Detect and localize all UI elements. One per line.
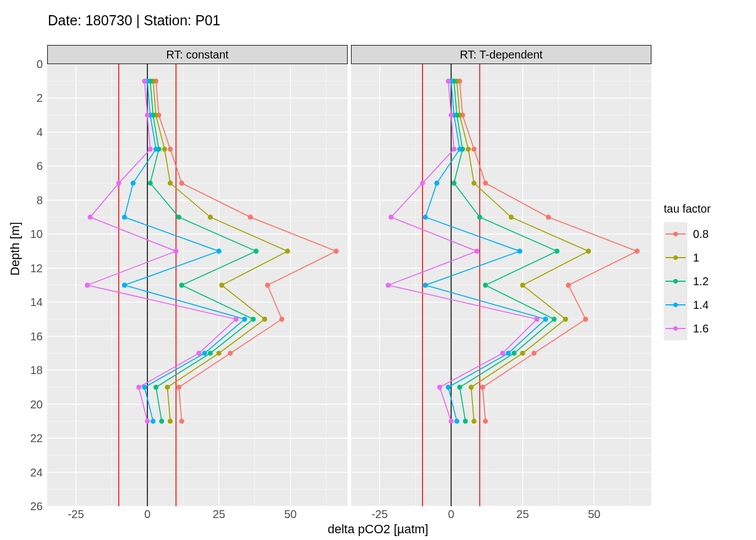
y-tick-label: 4	[9, 126, 43, 139]
legend-key-icon	[664, 222, 687, 246]
data-point	[420, 181, 425, 186]
data-point	[586, 249, 591, 254]
x-tick-label: 0	[133, 508, 161, 521]
data-point	[506, 350, 511, 356]
y-tick-label: 12	[9, 262, 43, 275]
y-tick-label: 18	[9, 364, 43, 377]
data-point	[518, 249, 523, 254]
x-tick-label: 0	[437, 508, 465, 521]
legend-label: 1.2	[693, 275, 709, 288]
y-tick-label: 22	[9, 432, 43, 445]
legend-item: 0.8	[664, 222, 710, 246]
legend-item: 1	[664, 246, 710, 269]
data-point	[446, 385, 451, 390]
y-tick-label: 24	[9, 466, 43, 479]
legend-item: 1.6	[664, 317, 710, 340]
data-point	[532, 350, 537, 356]
data-point	[173, 249, 178, 254]
data-point	[176, 215, 181, 220]
data-point	[543, 317, 548, 322]
x-axis-label: delta pCO2 [µatm]	[0, 522, 756, 537]
legend: tau factor 0.811.21.41.6	[664, 202, 710, 340]
data-point	[217, 350, 222, 356]
legend-key-icon	[664, 293, 687, 317]
data-point	[334, 249, 339, 254]
y-tick-label: 2	[9, 92, 43, 105]
data-point	[457, 385, 462, 390]
data-point	[423, 283, 428, 288]
legend-key-icon	[664, 246, 687, 269]
legend-key-icon	[664, 269, 687, 293]
data-point	[563, 317, 568, 322]
chart-panel	[47, 64, 348, 506]
data-point	[280, 317, 285, 322]
data-point	[634, 249, 640, 254]
data-point	[555, 249, 560, 254]
data-point	[159, 418, 164, 424]
data-point	[208, 215, 213, 220]
chart-panel	[351, 64, 651, 506]
data-point	[452, 147, 457, 152]
data-point	[88, 215, 93, 220]
data-point	[228, 350, 233, 356]
data-point	[386, 283, 391, 288]
data-point	[162, 147, 167, 152]
data-point	[437, 385, 442, 390]
data-point	[165, 385, 170, 390]
data-point	[254, 249, 259, 254]
data-point	[480, 385, 485, 390]
data-point	[423, 215, 428, 220]
data-point	[168, 147, 173, 152]
data-point	[457, 147, 462, 152]
page-title: Date: 180730 | Station: P01	[48, 12, 220, 29]
data-point	[145, 112, 150, 118]
data-point	[154, 147, 159, 152]
data-point	[474, 249, 479, 254]
x-tick-label: -25	[62, 508, 90, 521]
data-point	[179, 418, 184, 424]
data-point	[85, 283, 90, 288]
data-point	[251, 317, 256, 322]
data-point	[168, 181, 173, 186]
data-point	[142, 79, 147, 84]
x-tick-label: 50	[276, 508, 304, 521]
data-point	[454, 418, 460, 424]
data-point	[168, 418, 173, 424]
data-point	[471, 418, 476, 424]
data-point	[469, 385, 474, 390]
x-tick-label: -25	[366, 508, 394, 521]
legend-item: 1.4	[664, 293, 710, 317]
data-point	[116, 181, 122, 186]
data-point	[449, 112, 454, 118]
data-point	[434, 181, 439, 186]
data-point	[130, 181, 136, 186]
data-point	[196, 350, 201, 356]
legend-title: tau factor	[664, 202, 710, 215]
data-point	[483, 283, 488, 288]
data-point	[145, 418, 150, 424]
y-tick-label: 10	[9, 228, 43, 241]
data-point	[217, 249, 222, 254]
data-point	[242, 317, 247, 322]
legend-label: 1	[693, 251, 699, 264]
data-point	[546, 215, 551, 220]
y-tick-label: 26	[9, 500, 43, 513]
data-point	[151, 418, 156, 424]
data-point	[136, 385, 141, 390]
data-point	[179, 181, 184, 186]
data-point	[552, 317, 557, 322]
legend-key-icon	[664, 317, 687, 340]
facet-strip: RT: T-dependent	[351, 45, 651, 64]
legend-label: 0.8	[693, 228, 709, 241]
data-point	[148, 181, 153, 186]
y-tick-label: 6	[9, 160, 43, 173]
data-point	[262, 317, 267, 322]
data-point	[148, 147, 153, 152]
data-point	[583, 317, 588, 322]
data-point	[500, 350, 505, 356]
data-point	[452, 181, 457, 186]
data-point	[179, 283, 184, 288]
data-point	[477, 215, 482, 220]
legend-label: 1.6	[693, 322, 709, 335]
data-point	[122, 215, 127, 220]
